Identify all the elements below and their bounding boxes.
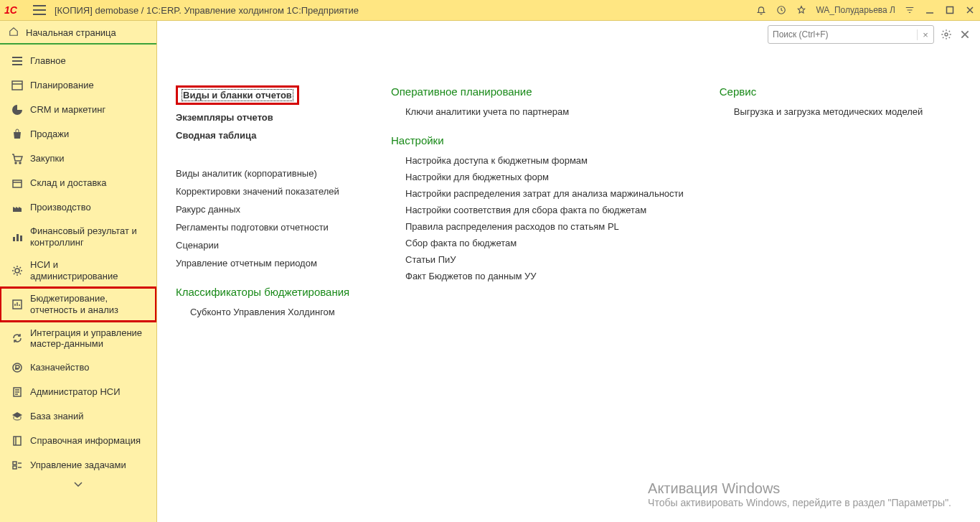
close-button[interactable] <box>964 4 976 16</box>
nav-label: База знаний <box>30 411 84 422</box>
link-report-schedules[interactable]: Регламенты подготовки отчетности <box>176 222 355 233</box>
minimize-button[interactable] <box>924 4 936 16</box>
watermark-text: Чтобы активировать Windows, перейдите в … <box>648 497 951 508</box>
nav-item-main[interactable]: Главное <box>0 49 156 73</box>
home-icon <box>9 27 20 39</box>
link-report-instances[interactable]: Экземпляры отчетов <box>176 112 355 123</box>
nav-item-crm[interactable]: CRM и маркетинг <box>0 98 156 122</box>
chevron-down-icon <box>74 482 83 488</box>
pie-icon <box>11 104 23 116</box>
content-area: × Виды и бланки отчетов Экземпляры отчет <box>157 21 980 522</box>
home-label: Начальная страница <box>26 27 116 38</box>
svg-point-4 <box>19 162 21 164</box>
ruble-icon <box>11 362 23 373</box>
column-service: Сервис Выгрузка и загрузка методических … <box>720 85 923 335</box>
nav-list: Главное Планирование CRM и маркетинг Про… <box>0 49 156 477</box>
nav-item-planning[interactable]: Планирование <box>0 73 156 98</box>
heading-settings: Настройки <box>391 134 684 146</box>
nav-label: Интеграция и управление мастер-данными <box>30 327 148 350</box>
link-analytics-types[interactable]: Виды аналитик (корпоративные) <box>176 168 355 179</box>
link-period-management[interactable]: Управление отчетным периодом <box>176 258 355 269</box>
svg-point-11 <box>13 363 22 372</box>
box-icon <box>11 177 23 189</box>
sync-icon <box>11 332 23 344</box>
doc-icon <box>11 386 23 398</box>
nav-label: Планирование <box>30 80 94 91</box>
tasks-icon <box>11 460 23 471</box>
link-scenarios[interactable]: Сценарии <box>176 240 355 251</box>
nav-label: Бюджетирование, отчетность и анализ <box>30 293 148 315</box>
svg-rect-1 <box>947 7 953 14</box>
svg-point-16 <box>945 33 948 36</box>
link-fact-collection[interactable]: Сбор факта по бюджетам <box>405 238 684 248</box>
link-piu-items[interactable]: Статьи ПиУ <box>405 254 684 265</box>
nav-item-warehouse[interactable]: Склад и доставка <box>0 171 156 195</box>
history-icon[interactable] <box>776 4 787 16</box>
home-tab[interactable]: Начальная страница <box>0 21 156 45</box>
link-subconto[interactable]: Субконто Управления Холдингом <box>190 307 355 317</box>
heading-service: Сервис <box>720 85 923 98</box>
nav-label: Администратор НСИ <box>30 386 121 398</box>
search-field[interactable]: × <box>768 25 934 44</box>
link-fact-mapping-settings[interactable]: Настройки соответствия для сбора факта п… <box>405 205 684 215</box>
link-method-models-io[interactable]: Выгрузка и загрузка методических моделей <box>734 106 923 117</box>
nav-label: НСИ и администрирование <box>30 259 148 281</box>
factory-icon <box>11 202 23 213</box>
filter-icon[interactable] <box>904 4 915 16</box>
nav-item-nsi-admin[interactable]: НСИ и администрирование <box>0 253 156 287</box>
nav-item-treasury[interactable]: Казначейство <box>0 355 156 380</box>
sidebar-expand[interactable] <box>0 477 156 491</box>
nav-item-knowledge[interactable]: База знаний <box>0 404 156 429</box>
search-input[interactable] <box>768 29 917 39</box>
settings-icon[interactable] <box>940 28 953 41</box>
nav-item-admin-nsi[interactable]: Администратор НСИ <box>0 380 156 404</box>
nav-label: Главное <box>30 55 66 67</box>
link-report-types[interactable]: Виды и бланки отчетов <box>176 85 299 105</box>
sidebar: Начальная страница Главное Планирование … <box>0 21 157 522</box>
link-data-view[interactable]: Ракурс данных <box>176 204 355 215</box>
lines-icon <box>11 55 23 67</box>
nav-item-purchases[interactable]: Закупки <box>0 146 156 171</box>
svg-rect-8 <box>20 236 22 241</box>
search-clear-button[interactable]: × <box>917 29 933 40</box>
windows-activation-watermark: Активация Windows Чтобы активировать Win… <box>648 480 951 508</box>
cart-icon <box>11 153 23 164</box>
link-pivot-table[interactable]: Сводная таблица <box>176 130 355 141</box>
link-pl-expense-rules[interactable]: Правила распределения расходов по статья… <box>405 221 684 232</box>
nav-item-production[interactable]: Производство <box>0 195 156 220</box>
bag-icon <box>11 129 23 140</box>
nav-item-tasks[interactable]: Управление задачами <box>0 453 156 477</box>
link-value-corrections[interactable]: Корректировки значений показателей <box>176 186 355 197</box>
nav-item-sales[interactable]: Продажи <box>0 122 156 146</box>
nav-item-reference[interactable]: Справочная информация <box>0 429 156 453</box>
svg-rect-2 <box>12 81 22 90</box>
bell-icon[interactable] <box>755 4 767 16</box>
main-menu-icon[interactable] <box>33 5 46 15</box>
bars-icon <box>11 231 23 243</box>
calendar-icon <box>11 80 23 91</box>
app-logo-icon: 1С <box>4 4 24 16</box>
star-icon[interactable] <box>796 4 807 16</box>
watermark-title: Активация Windows <box>648 480 951 497</box>
link-budget-form-settings[interactable]: Настройки для бюджетных форм <box>405 172 684 182</box>
user-name[interactable]: WA_Полударьева Л <box>816 5 895 15</box>
svg-point-3 <box>15 162 17 164</box>
nav-item-finresult[interactable]: Финансовый результат и контроллинг <box>0 220 156 253</box>
heading-operational-planning: Оперативное планирование <box>391 85 684 98</box>
link-budget-form-access[interactable]: Настройка доступа к бюджетным формам <box>405 155 684 166</box>
nav-label: Продажи <box>30 129 69 140</box>
graduation-icon <box>11 411 23 422</box>
titlebar-actions: WA_Полударьева Л <box>755 4 976 16</box>
maximize-button[interactable] <box>944 4 956 16</box>
link-budget-fact-uu[interactable]: Факт Бюджетов по данным УУ <box>405 271 684 281</box>
close-panel-button[interactable] <box>958 28 971 41</box>
link-cost-allocation-settings[interactable]: Настройки распределения затрат для анали… <box>405 188 684 199</box>
book-icon <box>11 435 23 447</box>
svg-rect-5 <box>13 180 22 187</box>
column-planning-settings: Оперативное планирование Ключи аналитики… <box>391 85 684 335</box>
nav-item-integration[interactable]: Интеграция и управление мастер-данными <box>0 322 156 355</box>
link-analytics-keys[interactable]: Ключи аналитики учета по партнерам <box>405 106 684 117</box>
nav-item-budgeting[interactable]: Бюджетирование, отчетность и анализ <box>0 287 156 321</box>
window-title: [КОПИЯ] demobase / 1С:ERP. Управление хо… <box>55 5 359 16</box>
svg-rect-7 <box>17 234 19 241</box>
